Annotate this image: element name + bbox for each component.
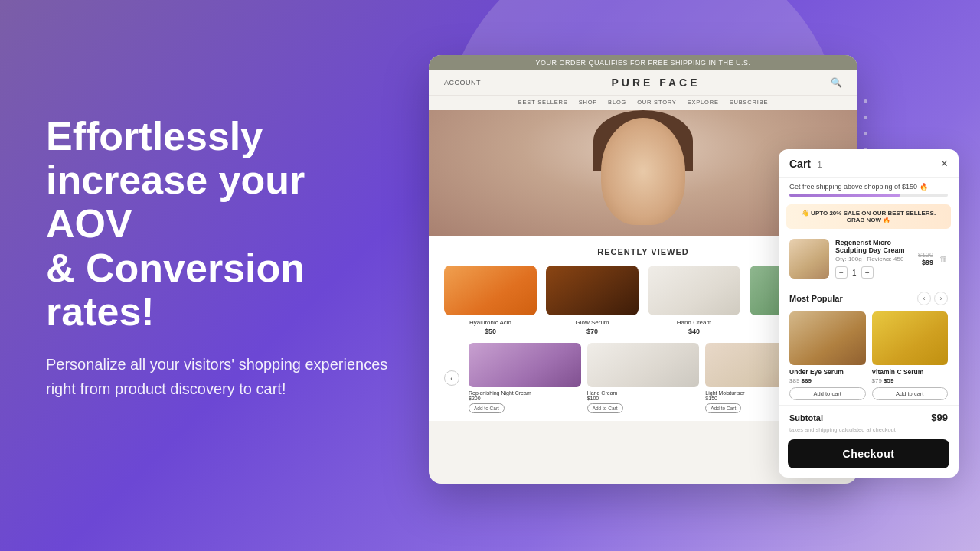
mp-price-new-vitaminc: $59: [884, 377, 893, 384]
headline-line3: & Conversion rates!: [46, 246, 305, 334]
rv-add-moisturiser-button[interactable]: Add to Cart: [705, 403, 741, 413]
cart-item-qty: − 1 +: [835, 266, 912, 279]
subtotal-amount: $99: [931, 412, 948, 423]
left-content-area: Effortlessly increase your AOV & Convers…: [46, 115, 398, 401]
rv-add-handcream2-button[interactable]: Add to Cart: [587, 403, 623, 413]
cart-title: Cart: [789, 158, 811, 170]
qty-increase-button[interactable]: +: [861, 266, 874, 279]
nav-link-shop[interactable]: SHOP: [579, 99, 597, 106]
cart-item-price: $120 $99: [918, 251, 933, 266]
mp-product-img-undereye: [789, 311, 866, 365]
checkout-button[interactable]: Checkout: [788, 439, 949, 468]
cart-item-price-new: $99: [918, 259, 933, 266]
nav-link-blog[interactable]: BLOG: [608, 99, 626, 106]
rv-second-name-nightcream: Replenishing Night Cream: [469, 390, 581, 396]
mp-product-name-vitaminc: Vitamin C Serum: [872, 368, 949, 376]
store-topbar: YOUR ORDER QUALIFIES FOR FREE SHIPPING I…: [429, 55, 858, 70]
mp-prev-button[interactable]: ‹: [917, 292, 931, 305]
promo-banner: 👋 UPTO 20% SALE ON OUR BEST SELLERS. GRA…: [786, 204, 951, 229]
mp-product-vitaminc: Vitamin C Serum $79 $59 Add to cart: [872, 311, 949, 400]
most-popular-header: Most Popular ‹ ›: [789, 292, 948, 305]
nav-link-explore[interactable]: EXPLORE: [688, 99, 719, 106]
cart-item-name: Regenerist Micro Sculpting Day Cream: [835, 239, 912, 254]
rv-product-name-handcream: Hand Cream: [648, 319, 740, 326]
most-popular-title: Most Popular: [789, 294, 843, 303]
headline-line1: Effortlessly: [46, 114, 263, 158]
nav-link-bestsellers[interactable]: BEST SELLERS: [518, 99, 568, 106]
cart-item-info: Regenerist Micro Sculpting Day Cream Qty…: [835, 239, 912, 279]
store-nav: ACCOUNT PURE FACE 🔍: [429, 70, 858, 96]
store-nav-links: BEST SELLERS SHOP BLOG OUR STORY EXPLORE…: [429, 96, 858, 110]
nav-link-ourstory[interactable]: OUR STORY: [637, 99, 677, 106]
store-nav-account: ACCOUNT: [444, 79, 481, 86]
rv-product-price-hyaluronic: $50: [444, 328, 537, 335]
cart-count: 1: [817, 160, 822, 169]
rv-second-img-handcream2: [587, 343, 700, 387]
cart-item-delete-button[interactable]: 🗑: [939, 254, 948, 263]
store-search-icon[interactable]: 🔍: [831, 77, 842, 88]
mp-product-name-undereye: Under Eye Serum: [789, 368, 866, 376]
store-logo: PURE FACE: [611, 77, 700, 89]
cart-item: Regenerist Micro Sculpting Day Cream Qty…: [779, 233, 959, 285]
most-popular-products: Under Eye Serum $89 $69 Add to cart Vita…: [789, 311, 948, 400]
shipping-progress-fill: [789, 194, 900, 197]
cart-item-meta: Qty: 100g · Reviews: 450: [835, 256, 912, 262]
rv-product-glow: Glow Serum $70: [546, 266, 639, 335]
rv-add-nightcream-button[interactable]: Add to Cart: [469, 403, 505, 413]
mp-add-undereye-button[interactable]: Add to cart: [789, 387, 866, 400]
rv-second-handcream2: Hand Cream $100 Add to Cart: [587, 343, 700, 413]
cart-header: Cart 1 ×: [779, 149, 959, 178]
rv-product-img-hyaluronic: [444, 266, 537, 315]
rv-product-price-handcream: $40: [648, 328, 740, 335]
rv-prev-button[interactable]: ‹: [444, 370, 459, 386]
free-shipping-text: Get free shipping above shopping of $150…: [789, 183, 928, 191]
mp-next-button[interactable]: ›: [934, 292, 948, 305]
mp-price-old-vitaminc: $79: [872, 377, 884, 384]
rv-product-img-handcream: [648, 266, 740, 315]
rv-product-name-hyaluronic: Hyaluronic Acid: [444, 319, 537, 326]
mp-add-vitaminc-button[interactable]: Add to cart: [872, 387, 949, 400]
rv-second-price-nightcream: $200: [469, 396, 581, 401]
mp-price-new-undereye: $69: [802, 377, 812, 384]
rv-second-products: Replenishing Night Cream $200 Add to Car…: [469, 343, 818, 413]
cart-title-area: Cart 1: [789, 157, 822, 171]
rv-second-name-handcream2: Hand Cream: [587, 390, 700, 396]
mp-product-undereye: Under Eye Serum $89 $69 Add to cart: [789, 311, 866, 400]
nav-link-subscribe[interactable]: SUBSCRIBE: [730, 99, 769, 106]
cart-item-price-old: $120: [918, 251, 933, 259]
rv-second-price-handcream2: $100: [587, 396, 700, 401]
cart-taxes-note: taxes and shipping calculated at checkou…: [779, 426, 959, 439]
rv-product-name-glow: Glow Serum: [546, 319, 639, 326]
subtotal-label: Subtotal: [789, 413, 823, 422]
face-shape: [601, 118, 685, 225]
rv-product-hyaluronic: Hyaluronic Acid $50: [444, 266, 537, 335]
rv-product-handcream: Hand Cream $40: [648, 266, 740, 335]
cart-item-image: [789, 239, 829, 279]
subtext: Personalize all your visitors' shopping …: [46, 352, 398, 401]
headline-line2: increase your AOV: [46, 158, 305, 246]
cart-subtotal: Subtotal $99: [779, 405, 959, 426]
headline: Effortlessly increase your AOV & Convers…: [46, 115, 398, 334]
mp-product-img-vitaminc: [872, 311, 949, 365]
rv-second-img-nightcream: [469, 343, 581, 387]
mp-product-prices-undereye: $89 $69: [789, 377, 866, 384]
cart-close-button[interactable]: ×: [941, 157, 948, 171]
rv-second-nightcream: Replenishing Night Cream $200 Add to Car…: [469, 343, 581, 413]
cart-panel: Cart 1 × Get free shipping above shoppin…: [779, 149, 959, 478]
mp-price-old-undereye: $89: [789, 377, 802, 384]
free-shipping-section: Get free shipping above shopping of $150…: [779, 178, 959, 201]
most-popular-nav: ‹ ›: [917, 292, 948, 305]
shipping-progress-bar: [789, 194, 948, 197]
rv-product-price-glow: $70: [546, 328, 639, 335]
most-popular-section: Most Popular ‹ › Under Eye Serum $89 $69…: [779, 285, 959, 405]
qty-decrease-button[interactable]: −: [835, 266, 848, 279]
mp-product-prices-vitaminc: $79 $59: [872, 377, 949, 384]
qty-value: 1: [852, 269, 857, 277]
rv-product-img-glow: [546, 266, 639, 315]
